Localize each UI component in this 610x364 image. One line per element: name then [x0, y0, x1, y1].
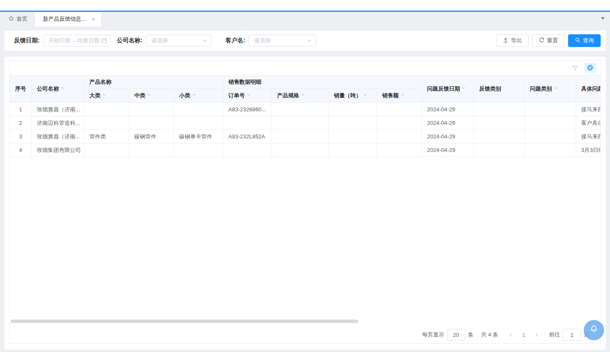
- reset-button[interactable]: 重置: [532, 34, 565, 47]
- sort-caret-icon: [247, 92, 251, 98]
- cell-question_type: [525, 130, 576, 143]
- page-number-1[interactable]: 1: [517, 332, 530, 338]
- table-container: 序号公司名称产品名称销售数据明细问题反馈日期反馈类别问题类别具体问题大类中类小类…: [9, 60, 601, 344]
- sort-caret-icon: [400, 92, 405, 98]
- cell-question_detail: 接马来西: [576, 130, 600, 143]
- date-start-placeholder: 开始日期: [49, 37, 71, 44]
- customer-name-label: 客户名:: [225, 37, 245, 44]
- cell-question_type: [525, 116, 576, 130]
- app-window: 首页 新产品反馈信息... × 反馈日期: 开始日期 - 结束日期 公司名称: …: [0, 0, 610, 364]
- table-head: 序号公司名称产品名称销售数据明细问题反馈日期反馈类别问题类别具体问题大类中类小类…: [10, 75, 600, 103]
- tab-active-label: 新产品反馈信息...: [43, 15, 86, 23]
- column-header-question_type[interactable]: 问题类别: [525, 75, 576, 103]
- per-page-label: 每页显示: [422, 331, 444, 339]
- cell-qty: [329, 103, 377, 116]
- cell-seq: 2: [10, 116, 32, 130]
- cell-feedback_date: 2024-04-29: [422, 130, 474, 143]
- tab-close-icon[interactable]: ×: [92, 17, 95, 22]
- chevron-down-icon: [307, 38, 312, 43]
- group-header-product: 产品名称: [84, 75, 223, 89]
- column-header-feedback_date[interactable]: 问题反馈日期: [422, 75, 474, 103]
- cell-question_type: [525, 143, 576, 157]
- cell-spec: [272, 130, 329, 143]
- company-name-label: 公司名称:: [117, 37, 143, 44]
- cell-cat_major: 管件类: [84, 130, 129, 143]
- cell-cat_mid: [129, 116, 174, 130]
- horizontal-scrollbar[interactable]: [11, 320, 358, 323]
- reset-button-label: 重置: [547, 37, 558, 44]
- cell-qty: [329, 116, 377, 130]
- export-button[interactable]: 导出: [496, 34, 529, 47]
- column-header-cat_mid[interactable]: 中类: [129, 89, 174, 103]
- cell-question_type: [525, 103, 576, 116]
- cell-feedback_type: [474, 116, 525, 130]
- column-header-amount[interactable]: 销售额: [377, 89, 422, 103]
- sort-caret-icon: [462, 85, 466, 91]
- cell-qty: [329, 143, 377, 157]
- per-page-unit: 条: [468, 331, 474, 339]
- goto-page-input[interactable]: [563, 329, 581, 341]
- company-select-placeholder: 请选择: [151, 37, 168, 44]
- sort-caret-icon: [554, 85, 558, 91]
- cell-spec: [272, 103, 329, 116]
- filter-funnel-icon[interactable]: [572, 65, 578, 71]
- column-header-order_no[interactable]: 订单号: [223, 89, 272, 103]
- cell-cat_mid: [129, 103, 174, 116]
- sort-caret-icon: [192, 92, 196, 98]
- cell-amount: [377, 116, 422, 130]
- tab-bar: 首页 新产品反馈信息... ×: [0, 12, 610, 26]
- calendar-icon: [101, 38, 107, 44]
- upload-icon: [503, 37, 508, 44]
- cell-cat_minor: [174, 103, 223, 116]
- cell-feedback_date: 2024-04-29: [422, 116, 474, 130]
- sort-caret-icon: [301, 92, 305, 98]
- cell-cat_mid: 碳钢管件: [129, 130, 174, 143]
- column-header-qty[interactable]: 销量（吨）: [329, 89, 377, 103]
- cell-cat_major: [84, 143, 129, 157]
- cell-question_detail: 接马来西: [576, 103, 600, 116]
- table-body: 1玫德雅昌（济南...A83-2326860...2024-04-29接马来西2…: [10, 103, 600, 157]
- cell-spec: [272, 116, 329, 130]
- tab-active[interactable]: 新产品反馈信息... ×: [35, 12, 101, 26]
- tab-home-label: 首页: [17, 15, 28, 23]
- cell-seq: 4: [10, 143, 32, 157]
- column-header-cat_major[interactable]: 大类: [84, 89, 129, 103]
- notification-bell-button[interactable]: [584, 320, 604, 340]
- cell-cat_major: [84, 103, 129, 116]
- customer-select[interactable]: 请选择: [249, 35, 316, 47]
- customer-select-placeholder: 请选择: [254, 37, 271, 44]
- cell-feedback_date: 2024-04-29: [422, 103, 474, 116]
- cell-feedback_type: [474, 143, 525, 157]
- tab-options-caret-icon[interactable]: [601, 17, 604, 19]
- query-button[interactable]: 查询: [568, 34, 601, 47]
- cell-amount: [377, 103, 422, 116]
- cell-company: 济南迈科管道科...: [32, 116, 84, 130]
- query-button-label: 查询: [583, 37, 594, 44]
- cell-feedback_type: [474, 130, 525, 143]
- cell-cat_minor: [174, 143, 223, 157]
- search-icon: [575, 37, 580, 44]
- tab-home[interactable]: 首页: [0, 12, 35, 26]
- cell-order_no: A83-2326860...: [223, 103, 272, 116]
- date-range-picker[interactable]: 开始日期 - 结束日期: [43, 35, 111, 47]
- bell-icon: [589, 324, 599, 336]
- cell-order_no: [223, 143, 272, 157]
- column-header-company[interactable]: 公司名称: [32, 75, 84, 103]
- pagination: 每页显示 条 共 4 条 ‹ 1 › 前往 页: [422, 328, 589, 342]
- filter-bar: 反馈日期: 开始日期 - 结束日期 公司名称: 请选择 客户名: 请选择: [4, 30, 606, 51]
- cell-cat_major: [84, 116, 129, 130]
- cell-question_detail: 3月3日经: [576, 143, 600, 157]
- company-select[interactable]: 请选择: [146, 35, 212, 47]
- cell-company: 玫德集团有限公司: [32, 143, 84, 157]
- cell-order_no: A83-232L852A: [223, 130, 272, 143]
- column-header-cat_minor[interactable]: 小类: [174, 89, 223, 103]
- next-page-icon[interactable]: ›: [530, 331, 543, 338]
- cell-seq: 3: [10, 130, 32, 143]
- cell-order_no: [223, 116, 272, 130]
- column-header-spec[interactable]: 产品规格: [272, 89, 329, 103]
- column-settings-gear-icon[interactable]: [584, 63, 596, 73]
- column-header-feedback_type: 反馈类别: [474, 75, 525, 103]
- prev-page-icon[interactable]: ‹: [504, 331, 517, 338]
- table-row: 2济南迈科管道科...2024-04-29客户具体: [10, 116, 600, 130]
- per-page-input[interactable]: [447, 329, 466, 341]
